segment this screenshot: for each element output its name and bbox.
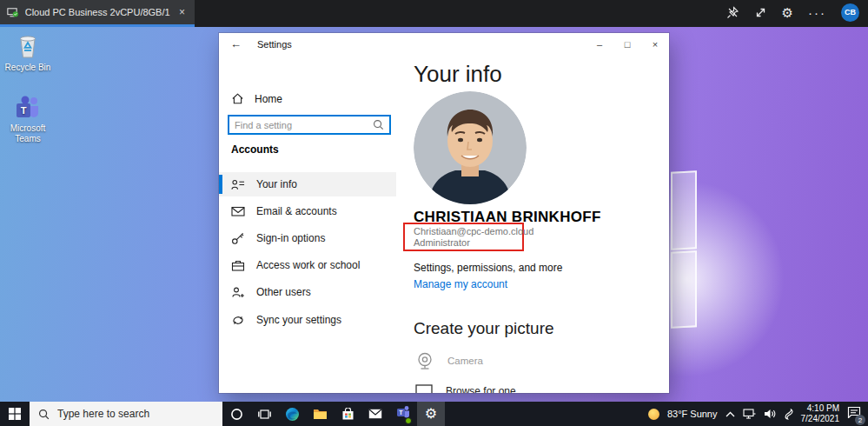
briefcase-icon — [231, 259, 245, 272]
taskbar-mail-button[interactable] — [361, 402, 389, 426]
file-explorer-icon — [313, 408, 328, 420]
svg-text:T: T — [21, 105, 27, 116]
sidebar-item-access-work-school[interactable]: Access work or school — [219, 253, 396, 277]
browse-option[interactable]: Browse for one — [415, 384, 516, 393]
user-role: Administrator — [414, 237, 470, 248]
tray-chevron-up-icon[interactable] — [726, 411, 735, 417]
system-tray: 83°F Sunny 4:10 PM 7/24/2021 — [648, 403, 868, 425]
fullscreen-icon[interactable] — [754, 6, 767, 19]
profile-photo-image — [414, 91, 527, 204]
search-icon — [38, 409, 50, 420]
taskbar-search-box[interactable] — [30, 402, 222, 426]
taskbar: T ⚙ 83°F Sunny — [0, 402, 868, 426]
session-tab[interactable]: Cloud PC Business 2vCPU/8GB/128GB × — [0, 0, 195, 27]
settings-search-input[interactable] — [235, 120, 373, 130]
recycle-bin-icon — [15, 32, 41, 60]
settings-sidebar: Home Accounts Your info — [219, 56, 396, 393]
taskbar-cortana-button[interactable] — [222, 402, 250, 426]
start-button[interactable] — [0, 402, 30, 426]
settings-titlebar[interactable]: ← Settings – □ × — [219, 33, 669, 56]
session-settings-gear-icon[interactable]: ⚙ — [782, 6, 793, 19]
sidebar-item-label: Email & accounts — [256, 205, 337, 217]
sidebar-item-label: Access work or school — [256, 259, 360, 271]
key-icon — [231, 232, 245, 245]
clock-time: 4:10 PM — [801, 403, 840, 415]
wallpaper-window-pane — [671, 170, 697, 250]
weather-sun-icon[interactable] — [648, 409, 659, 420]
sidebar-item-label: Other users — [256, 286, 311, 298]
session-toolbar: ⚙ ··· CB — [726, 0, 859, 24]
your-info-icon — [231, 178, 245, 191]
create-picture-heading: Create your picture — [414, 319, 554, 338]
taskbar-file-explorer-button[interactable] — [306, 402, 334, 426]
cloud-pc-monitor-icon — [7, 7, 19, 18]
maximize-button[interactable]: □ — [613, 33, 641, 56]
minimize-button[interactable]: – — [586, 33, 613, 56]
microsoft-store-icon — [341, 408, 354, 421]
volume-icon[interactable] — [764, 409, 776, 419]
manage-account-link[interactable]: Manage my account — [414, 278, 507, 290]
home-icon — [231, 92, 244, 105]
page-title: Your info — [414, 61, 502, 88]
your-info-page: Your info CHRISTIAAN BRINKHO — [396, 56, 669, 393]
back-button[interactable]: ← — [230, 37, 242, 50]
browse-option-label: Browse for one — [446, 385, 516, 393]
action-center-button[interactable]: 2 — [847, 406, 861, 422]
sidebar-item-label: Your info — [256, 178, 297, 190]
profile-photo — [414, 91, 527, 204]
task-view-icon — [258, 409, 271, 420]
more-options-icon[interactable]: ··· — [808, 6, 826, 19]
settings-window: ← Settings – □ × Home — [219, 33, 669, 393]
sidebar-item-home[interactable]: Home — [231, 92, 282, 105]
microsoft-teams-icon: T — [14, 95, 42, 121]
account-avatar[interactable]: CB — [841, 3, 859, 22]
session-tab-title: Cloud PC Business 2vCPU/8GB/128GB — [25, 7, 170, 17]
sidebar-item-sync-settings[interactable]: Sync your settings — [219, 308, 396, 332]
sidebar-item-other-users[interactable]: Other users — [219, 280, 396, 304]
taskbar-settings-button[interactable]: ⚙ — [417, 402, 445, 426]
unpin-icon[interactable] — [726, 6, 739, 19]
taskbar-store-button[interactable] — [334, 402, 361, 426]
user-email: Christiaan@cpc-demo.cloud — [414, 226, 533, 236]
taskbar-search-input[interactable] — [57, 408, 214, 420]
session-tab-bar: Cloud PC Business 2vCPU/8GB/128GB × ⚙ ··… — [0, 0, 868, 27]
pen-ink-icon[interactable] — [784, 409, 793, 420]
sidebar-item-sign-in-options[interactable]: Sign-in options — [219, 226, 396, 250]
sidebar-item-your-info[interactable]: Your info — [219, 172, 396, 196]
edge-icon — [285, 407, 300, 422]
email-icon — [231, 205, 245, 217]
mail-icon — [368, 409, 382, 419]
window-controls: – □ × — [586, 33, 669, 56]
clock-date: 7/24/2021 — [801, 414, 840, 425]
taskbar-edge-button[interactable] — [278, 402, 306, 426]
desktop-icon-microsoft-teams[interactable]: T Microsoft Teams — [0, 95, 56, 144]
sync-icon — [231, 314, 245, 327]
window-title: Settings — [257, 39, 292, 50]
browse-picture-icon — [415, 384, 433, 393]
sidebar-item-label: Sync your settings — [256, 314, 341, 326]
network-display-icon[interactable] — [743, 409, 756, 419]
search-icon — [373, 119, 384, 130]
taskbar-teams-button[interactable]: T — [389, 402, 417, 426]
weather-text[interactable]: 83°F Sunny — [667, 409, 718, 419]
taskbar-task-view-button[interactable] — [250, 402, 278, 426]
camera-icon — [415, 351, 434, 370]
settings-gear-icon: ⚙ — [425, 407, 437, 421]
taskbar-clock[interactable]: 4:10 PM 7/24/2021 — [801, 403, 840, 425]
sidebar-section-heading: Accounts — [231, 143, 279, 156]
wallpaper-window-pane — [671, 250, 697, 329]
desktop-icon-label: Microsoft Teams — [0, 123, 56, 144]
add-user-icon — [231, 286, 245, 299]
cortana-icon — [230, 408, 243, 421]
camera-option[interactable]: Camera — [415, 351, 483, 370]
permissions-text: Settings, permissions, and more — [414, 262, 562, 274]
windows-start-icon — [9, 408, 21, 420]
sidebar-item-label: Home — [255, 93, 282, 105]
notification-badge: 2 — [855, 415, 865, 425]
session-tab-close-icon[interactable]: × — [176, 6, 188, 18]
svg-text:T: T — [399, 409, 403, 416]
sidebar-item-email-accounts[interactable]: Email & accounts — [219, 199, 396, 223]
desktop-icon-recycle-bin[interactable]: Recycle Bin — [0, 32, 56, 73]
close-button[interactable]: × — [641, 33, 669, 56]
settings-search-box[interactable] — [228, 115, 391, 135]
